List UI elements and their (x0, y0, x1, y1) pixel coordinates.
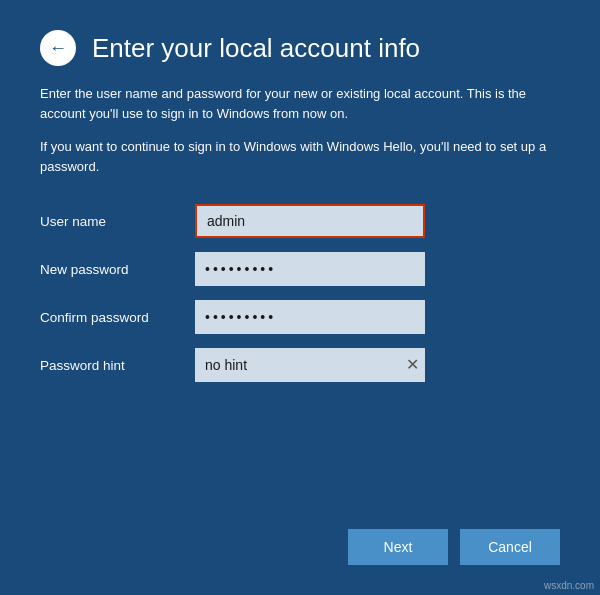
new-password-row: New password (40, 252, 560, 286)
footer: Next Cancel (40, 509, 560, 565)
main-container: ← Enter your local account info Enter th… (0, 0, 600, 595)
new-password-label: New password (40, 262, 195, 277)
cancel-button[interactable]: Cancel (460, 529, 560, 565)
password-hint-wrapper: ✕ (195, 348, 425, 382)
password-hint-row: Password hint ✕ (40, 348, 560, 382)
password-hint-input[interactable] (195, 348, 425, 382)
back-arrow-icon: ← (49, 39, 67, 57)
header: ← Enter your local account info (40, 30, 560, 66)
form-section: User name New password Confirm password … (40, 204, 560, 382)
description-first: Enter the user name and password for you… (40, 84, 560, 123)
username-input[interactable] (195, 204, 425, 238)
confirm-password-row: Confirm password (40, 300, 560, 334)
username-row: User name (40, 204, 560, 238)
new-password-input[interactable] (195, 252, 425, 286)
back-button[interactable]: ← (40, 30, 76, 66)
page-title: Enter your local account info (92, 33, 420, 64)
clear-hint-button[interactable]: ✕ (406, 357, 419, 373)
description-second: If you want to continue to sign in to Wi… (40, 137, 560, 176)
next-button[interactable]: Next (348, 529, 448, 565)
confirm-password-label: Confirm password (40, 310, 195, 325)
password-hint-label: Password hint (40, 358, 195, 373)
confirm-password-input[interactable] (195, 300, 425, 334)
watermark: wsxdn.com (544, 580, 594, 591)
username-label: User name (40, 214, 195, 229)
